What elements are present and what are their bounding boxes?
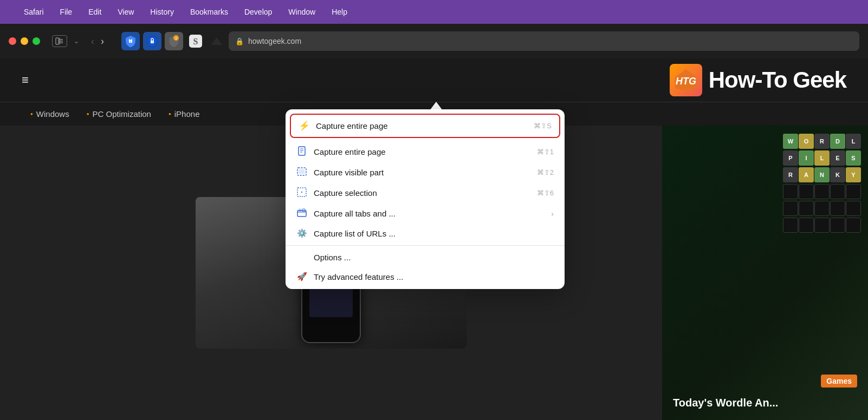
capture-entire-page-shortcut: ⌘⇧1 xyxy=(537,148,554,156)
nav-dot-pc: ● xyxy=(87,111,89,116)
capture-urls-item[interactable]: ⚙️ Capture list of URLs ... xyxy=(286,224,565,243)
svg-marker-16 xyxy=(211,37,222,45)
page-content: ≡ HTG How-To Geek ● Windows ● PC Optimiz… xyxy=(0,58,868,420)
toolbar-extension-icons: ! S xyxy=(121,32,205,50)
advanced-item[interactable]: 🚀 Try advanced features ... xyxy=(286,267,565,289)
svg-rect-27 xyxy=(299,209,301,212)
hero-right-image: W O R D L P I L E S R A N K Y xyxy=(662,126,868,420)
site-header: ≡ HTG How-To Geek xyxy=(0,58,868,102)
capture-selection-label: Capture selection xyxy=(314,188,530,198)
url-text: howtogeek.com xyxy=(248,37,301,45)
menubar-edit[interactable]: Edit xyxy=(85,6,105,17)
capture-selection-shortcut: ⌘⇧6 xyxy=(537,189,554,197)
dropdown-menu: ⚡ Capture entire page ⌘⇧S Capture entire… xyxy=(286,109,565,289)
svg-rect-28 xyxy=(302,209,305,212)
wordle-grid: W O R D L P I L E S R A N K Y xyxy=(783,134,860,233)
navigation-arrows: ‹ › xyxy=(89,36,106,47)
maximize-button[interactable] xyxy=(33,37,40,45)
lock-icon: 🔒 xyxy=(235,37,244,45)
capture-urls-label: Capture list of URLs ... xyxy=(314,229,554,238)
menubar-file[interactable]: File xyxy=(57,6,76,17)
svg-rect-24 xyxy=(299,169,305,174)
options-label: Options ... xyxy=(314,253,554,262)
nav-dot-windows: ● xyxy=(30,111,33,116)
options-item[interactable]: Options ... xyxy=(286,248,565,267)
capture-all-tabs-item[interactable]: Capture all tabs and ... › xyxy=(286,204,565,224)
capture-entire-highlighted-item[interactable]: ⚡ Capture entire page ⌘⇧S xyxy=(290,114,560,138)
capture-entire-highlighted-shortcut: ⌘⇧S xyxy=(534,122,552,130)
sidebar-toggle-button[interactable] xyxy=(52,35,67,47)
capture-visible-icon xyxy=(296,167,307,178)
capture-all-tabs-arrow: › xyxy=(551,209,554,218)
svg-text:!: ! xyxy=(176,36,177,41)
menubar-history[interactable]: History xyxy=(147,6,177,17)
address-bar[interactable]: 🔒 howtogeek.com xyxy=(229,31,859,51)
nav-item-iphone[interactable]: ● iPhone xyxy=(160,102,209,126)
hamburger-menu[interactable]: ≡ xyxy=(22,73,29,87)
rocket-icon: 🚀 xyxy=(296,272,307,281)
vpn-shield-icon[interactable] xyxy=(121,32,140,50)
capture-all-tabs-label: Capture all tabs and ... xyxy=(314,209,545,218)
menubar-safari[interactable]: Safari xyxy=(21,6,47,17)
site-logo: HTG How-To Geek xyxy=(670,64,846,96)
nav-dot-iphone: ● xyxy=(169,111,171,116)
capture-all-tabs-icon xyxy=(296,208,307,219)
svg-point-11 xyxy=(152,42,153,43)
svg-text:S: S xyxy=(193,37,198,46)
advanced-label: Try advanced features ... xyxy=(314,272,554,281)
capture-selection-icon xyxy=(296,187,307,199)
nav-item-windows[interactable]: ● Windows xyxy=(22,102,78,126)
menubar-view[interactable]: View xyxy=(114,6,137,17)
menubar-help[interactable]: Help xyxy=(328,6,351,17)
minimize-button[interactable] xyxy=(21,37,28,45)
svg-rect-19 xyxy=(299,147,305,155)
capture-visible-label: Capture visible part xyxy=(314,168,530,177)
capture-entire-page-item[interactable]: Capture entire page ⌘⇧1 xyxy=(286,141,565,162)
capture-page-icon xyxy=(296,146,307,158)
sidebar-dropdown-arrow[interactable]: ⌄ xyxy=(74,37,79,45)
capture-entire-page-label: Capture entire page xyxy=(314,147,530,156)
wordle-image: W O R D L P I L E S R A N K Y xyxy=(662,126,868,420)
menubar-develop[interactable]: Develop xyxy=(241,6,275,17)
shield-warning-icon[interactable]: ! xyxy=(165,32,183,50)
browser-chrome: ⌄ ‹ › xyxy=(0,24,868,58)
back-button[interactable]: ‹ xyxy=(89,36,96,47)
capture-urls-icon: ⚙️ xyxy=(296,228,307,238)
forward-button[interactable]: › xyxy=(99,36,106,47)
scrivener-icon[interactable]: S xyxy=(186,32,205,50)
capture-visible-item[interactable]: Capture visible part ⌘⇧2 xyxy=(286,162,565,182)
macos-menubar: Safari File Edit View History Bookmarks … xyxy=(0,0,868,24)
capture-visible-shortcut: ⌘⇧2 xyxy=(537,168,554,176)
games-badge: Games xyxy=(821,375,857,388)
logo-icon: HTG xyxy=(670,64,702,96)
nav-item-pc-optimization[interactable]: ● PC Optimization xyxy=(78,102,160,126)
lightning-icon: ⚡ xyxy=(299,120,309,132)
svg-text:HTG: HTG xyxy=(676,76,696,87)
wordle-title: Today's Wordle An... xyxy=(673,397,857,409)
svg-rect-0 xyxy=(56,38,59,44)
close-button[interactable] xyxy=(9,37,16,45)
site-logo-text: How-To Geek xyxy=(709,67,846,93)
menu-divider xyxy=(286,245,565,246)
capture-entire-highlighted-label: Capture entire page xyxy=(316,121,527,130)
svg-point-7 xyxy=(130,40,132,42)
menubar-bookmarks[interactable]: Bookmarks xyxy=(187,6,231,17)
menubar-window[interactable]: Window xyxy=(285,6,319,17)
shield-lock-icon[interactable] xyxy=(143,32,161,50)
capture-selection-item[interactable]: Capture selection ⌘⇧6 xyxy=(286,182,565,204)
traffic-lights xyxy=(9,37,40,45)
